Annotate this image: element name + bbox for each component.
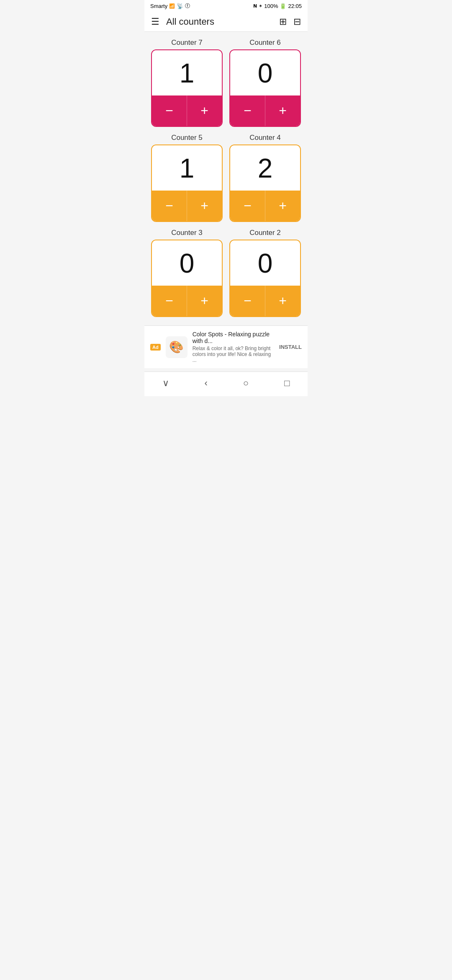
nav-home-button[interactable]: ○ (236, 376, 255, 390)
nav-down-button[interactable]: ∨ (156, 376, 176, 390)
counter-item-counter4: Counter 42−+ (229, 134, 301, 222)
ad-text-block: Color Spots - Relaxing puzzle with d... … (193, 331, 274, 363)
counter-decrement-counter3[interactable]: − (152, 286, 187, 316)
add-counter-button[interactable]: ⊞ (279, 16, 287, 27)
counter-increment-counter7[interactable]: + (187, 95, 222, 126)
counter-item-counter3: Counter 30−+ (151, 229, 223, 317)
ad-badge: Ad (150, 344, 161, 351)
counter-label-counter2: Counter 2 (249, 229, 281, 237)
counter-display-counter3: 0 (152, 240, 222, 286)
bluetooth-icon: ✶ (259, 3, 262, 9)
counter-display-counter5: 1 (152, 145, 222, 191)
status-right: 𝗡 ✶ 100% 🔋 22:05 (253, 3, 302, 9)
clock-label: 22:05 (288, 3, 302, 9)
counter-decrement-counter5[interactable]: − (152, 191, 187, 221)
counter-label-counter5: Counter 5 (171, 134, 203, 142)
counter-card-counter2: 0−+ (229, 240, 301, 317)
battery-label: 100% (264, 3, 278, 9)
counter-label-counter6: Counter 6 (249, 39, 281, 47)
bottom-navigation: ∨ ‹ ○ □ (144, 371, 308, 396)
nav-recent-button[interactable]: □ (277, 376, 296, 390)
counter-item-counter5: Counter 51−+ (151, 134, 223, 222)
counter-increment-counter2[interactable]: + (265, 286, 300, 316)
counter-increment-counter5[interactable]: + (187, 191, 222, 221)
counter-label-counter4: Counter 4 (249, 134, 281, 142)
counter-increment-counter3[interactable]: + (187, 286, 222, 316)
counter-card-counter4: 2−+ (229, 144, 301, 222)
counter-item-counter6: Counter 60−+ (229, 39, 301, 127)
counter-decrement-counter2[interactable]: − (230, 286, 265, 316)
counters-grid: Counter 71−+Counter 60−+Counter 51−+Coun… (144, 32, 308, 324)
counter-card-counter5: 1−+ (151, 144, 223, 222)
top-bar: ☰ All counters ⊞ ⊟ (144, 12, 308, 32)
counter-label-counter3: Counter 3 (171, 229, 203, 237)
page-title: All counters (166, 16, 272, 27)
ad-description: Relax & color it all, ok? Bring bright c… (193, 346, 274, 363)
status-left: Smarty 📶 📡 ⓕ (150, 3, 190, 10)
counter-increment-counter6[interactable]: + (265, 95, 300, 126)
battery-icon: 🔋 (280, 3, 286, 9)
counter-decrement-counter4[interactable]: − (230, 191, 265, 221)
ad-install-button[interactable]: INSTALL (279, 344, 302, 350)
ad-app-icon: 🎨 (166, 336, 187, 358)
nav-back-button[interactable]: ‹ (198, 376, 214, 390)
counter-display-counter7: 1 (152, 50, 222, 95)
menu-icon[interactable]: ☰ (151, 16, 159, 27)
counter-card-counter7: 1−+ (151, 49, 223, 127)
counter-display-counter2: 0 (230, 240, 300, 286)
counter-card-counter3: 0−+ (151, 240, 223, 317)
nfc-icon: 𝗡 (253, 3, 257, 9)
counter-decrement-counter7[interactable]: − (152, 95, 187, 126)
counter-display-counter4: 2 (230, 145, 300, 191)
status-bar: Smarty 📶 📡 ⓕ 𝗡 ✶ 100% 🔋 22:05 (144, 0, 308, 12)
social-icon: ⓕ (185, 3, 190, 10)
counter-label-counter7: Counter 7 (171, 39, 203, 47)
counter-increment-counter4[interactable]: + (265, 191, 300, 221)
signal-icon: 📶 (169, 3, 175, 9)
counter-card-counter6: 0−+ (229, 49, 301, 127)
ad-title: Color Spots - Relaxing puzzle with d... (193, 331, 274, 344)
wifi-icon: 📡 (177, 3, 183, 9)
counter-display-counter6: 0 (230, 50, 300, 95)
counter-item-counter2: Counter 20−+ (229, 229, 301, 317)
ad-banner: Ad 🎨 Color Spots - Relaxing puzzle with … (144, 325, 308, 368)
view-toggle-button[interactable]: ⊟ (293, 16, 301, 27)
counter-item-counter7: Counter 71−+ (151, 39, 223, 127)
counter-decrement-counter6[interactable]: − (230, 95, 265, 126)
carrier-label: Smarty (150, 3, 167, 9)
